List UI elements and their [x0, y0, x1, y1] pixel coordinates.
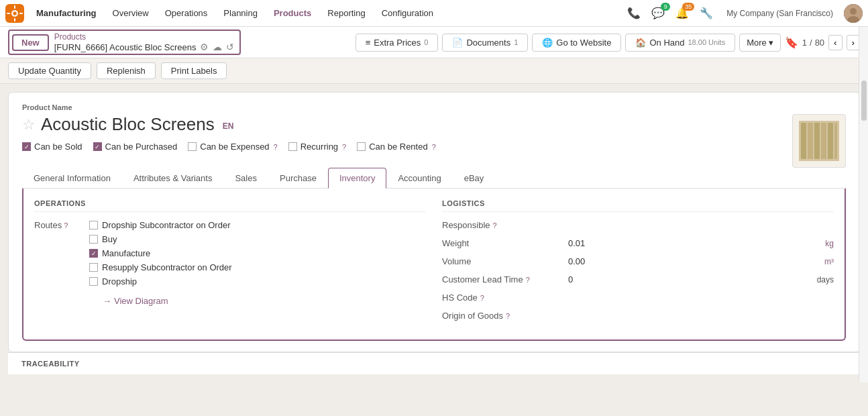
- nav-reporting[interactable]: Reporting: [321, 5, 372, 21]
- breadcrumb-current: [FURN_6666] Acoustic Bloc Screens ⚙ ☁ ↺: [54, 42, 235, 52]
- prev-page-button[interactable]: ‹: [828, 35, 842, 50]
- can-be-sold-label: Can be Sold: [34, 142, 83, 152]
- page-current: 1: [802, 38, 807, 48]
- tab-general-information[interactable]: General Information: [22, 168, 122, 189]
- bell-icon[interactable]: 🔔 35: [673, 4, 692, 23]
- tab-accounting[interactable]: Accounting: [386, 168, 452, 189]
- page-separator: /: [810, 38, 812, 48]
- can-be-sold-checkbox[interactable]: [22, 142, 31, 151]
- sub-action-bar: Update Quantity Replenish Print Labels: [0, 58, 868, 84]
- nav-products[interactable]: Products: [267, 5, 318, 21]
- can-be-rented-help-icon[interactable]: ?: [432, 143, 436, 151]
- tab-inventory[interactable]: Inventory: [328, 168, 386, 189]
- svg-point-2: [13, 11, 17, 15]
- view-diagram-arrow-icon: →: [103, 296, 111, 306]
- company-switcher[interactable]: My Company (San Francisco): [721, 6, 838, 21]
- origin-of-goods-help-icon[interactable]: ?: [506, 312, 510, 320]
- route-buy-checkbox[interactable]: [89, 235, 98, 244]
- weight-unit: kg: [825, 239, 834, 248]
- responsible-help-icon[interactable]: ?: [493, 221, 497, 229]
- update-quantity-button[interactable]: Update Quantity: [8, 62, 91, 79]
- can-be-purchased-field: Can be Purchased: [93, 142, 178, 152]
- print-labels-button[interactable]: Print Labels: [161, 62, 227, 79]
- product-card: Product Name ☆ Acoustic Bloc Screens EN …: [8, 92, 860, 352]
- recurring-checkbox[interactable]: [288, 142, 297, 151]
- app-logo: [5, 4, 24, 23]
- top-nav: Manufacturing Overview Operations Planni…: [0, 0, 868, 27]
- breadcrumb-parent-link[interactable]: Products: [54, 32, 235, 42]
- bookmark-icon[interactable]: 🔖: [785, 36, 798, 49]
- refresh-icon[interactable]: ↺: [226, 42, 234, 52]
- route-dropship-subcontractor-checkbox[interactable]: [89, 221, 98, 229]
- on-hand-button[interactable]: 🏠 On Hand 18.00 Units: [625, 34, 735, 52]
- can-be-purchased-checkbox[interactable]: [93, 142, 102, 151]
- route-dropship-checkbox[interactable]: [89, 277, 98, 286]
- routes-help-icon[interactable]: ?: [64, 221, 68, 229]
- documents-button[interactable]: 📄 Documents 1: [442, 34, 528, 52]
- next-page-button[interactable]: ›: [847, 35, 860, 50]
- svg-rect-16: [834, 123, 837, 159]
- route-buy-label: Buy: [102, 234, 117, 244]
- cloud-icon[interactable]: ☁: [213, 42, 222, 52]
- tab-ebay[interactable]: eBay: [453, 168, 496, 189]
- view-diagram-label: View Diagram: [114, 296, 168, 306]
- weight-value[interactable]: 0.01: [568, 238, 820, 248]
- nav-operations[interactable]: Operations: [158, 5, 215, 21]
- hs-code-help-icon[interactable]: ?: [480, 294, 484, 302]
- volume-value[interactable]: 0.00: [568, 256, 819, 266]
- product-image: [792, 114, 846, 168]
- route-manufacture-checkbox[interactable]: [89, 249, 98, 258]
- more-button[interactable]: More ▾: [739, 34, 781, 52]
- checkboxes-row: Can be Sold Can be Purchased Can be Expe…: [22, 142, 792, 152]
- pagination: 1 / 80: [802, 38, 824, 48]
- route-dropship-label: Dropship: [102, 276, 137, 287]
- recurring-help-icon[interactable]: ?: [342, 143, 346, 151]
- customer-lead-time-help-icon[interactable]: ?: [526, 276, 530, 284]
- extra-prices-label: Extra Prices: [374, 38, 421, 48]
- scrollbar[interactable]: [859, 27, 868, 382]
- tab-purchase[interactable]: Purchase: [268, 168, 328, 189]
- routes-field: Routes ? Dropship Subcontractor on Order: [34, 220, 426, 306]
- new-button[interactable]: New: [12, 34, 49, 51]
- settings-gear-icon[interactable]: ⚙: [200, 42, 209, 52]
- nav-manufacturing[interactable]: Manufacturing: [30, 5, 103, 21]
- phone-icon[interactable]: 📞: [625, 4, 643, 23]
- route-dropship-subcontractor-label: Dropship Subcontractor on Order: [102, 220, 230, 230]
- weight-label: Weight: [442, 238, 563, 248]
- extra-prices-button[interactable]: ≡ Extra Prices 0: [356, 34, 439, 52]
- svg-rect-11: [801, 123, 806, 159]
- favorite-star-icon[interactable]: ☆: [22, 116, 36, 134]
- tab-attributes-variants[interactable]: Attributes & Variants: [122, 168, 224, 189]
- on-hand-icon: 🏠: [635, 38, 646, 48]
- customer-lead-time-label: Customer Lead Time ?: [442, 274, 563, 284]
- go-to-website-button[interactable]: 🌐 Go to Website: [532, 34, 621, 52]
- origin-of-goods-label: Origin of Goods ?: [442, 311, 563, 321]
- nav-overview[interactable]: Overview: [106, 5, 156, 21]
- route-resupply-subcontractor-checkbox[interactable]: [89, 263, 98, 272]
- tab-sales[interactable]: Sales: [223, 168, 268, 189]
- language-badge[interactable]: EN: [223, 121, 234, 131]
- traceability-section[interactable]: TRACEABILITY: [8, 352, 860, 374]
- can-be-expensed-checkbox[interactable]: [188, 142, 197, 151]
- origin-of-goods-field: Origin of Goods ?: [442, 311, 834, 321]
- nav-configuration[interactable]: Configuration: [375, 5, 440, 21]
- user-avatar[interactable]: [844, 4, 863, 23]
- route-resupply-subcontractor: Resupply Subcontractor on Order: [89, 262, 232, 272]
- volume-label: Volume: [442, 256, 563, 266]
- hs-code-label: HS Code ?: [442, 293, 563, 303]
- product-header: ☆ Acoustic Bloc Screens EN Can be Sold C…: [22, 114, 846, 168]
- can-be-rented-checkbox[interactable]: [357, 142, 366, 151]
- replenish-button[interactable]: Replenish: [97, 62, 156, 79]
- can-be-expensed-help-icon[interactable]: ?: [274, 143, 278, 151]
- view-diagram-link[interactable]: → View Diagram: [103, 296, 232, 306]
- chat-icon[interactable]: 💬 9: [649, 4, 667, 23]
- nav-planning[interactable]: Planning: [217, 5, 264, 21]
- can-be-rented-field: Can be Rented ?: [357, 142, 436, 152]
- can-be-expensed-field: Can be Expensed ?: [188, 142, 277, 152]
- wrench-icon[interactable]: 🔧: [697, 4, 716, 23]
- chat-badge: 9: [661, 3, 670, 11]
- route-manufacture-label: Manufacture: [102, 248, 150, 258]
- logistics-section: LOGISTICS Responsible ? Weight: [442, 199, 834, 329]
- customer-lead-time-value[interactable]: 0: [568, 274, 812, 284]
- main-content: Product Name ☆ Acoustic Bloc Screens EN …: [0, 84, 868, 382]
